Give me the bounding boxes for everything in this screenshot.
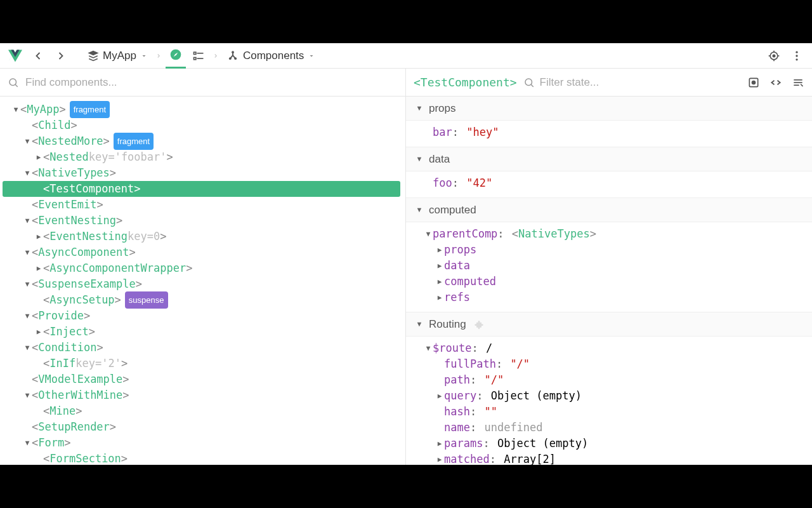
state-row-params[interactable]: ▶params: Object (empty) xyxy=(415,436,803,451)
tree-node-asynccomponentwrapper[interactable]: ▶<AsyncComponentWrapper> xyxy=(3,260,400,276)
inspector-tab-compass[interactable] xyxy=(166,43,186,69)
expand-arrow[interactable]: ▼ xyxy=(11,102,20,117)
state-key: query xyxy=(444,388,476,404)
expand-arrow[interactable]: ▶ xyxy=(34,149,43,165)
state-filter-input[interactable] xyxy=(540,76,741,89)
expand-arrow[interactable]: ▼ xyxy=(23,276,32,292)
component-search-input[interactable] xyxy=(25,76,398,89)
tree-node-inject[interactable]: ▶<Inject> xyxy=(3,324,400,340)
expand-arrow[interactable]: ▶ xyxy=(435,242,444,258)
state-row-props[interactable]: ▶props xyxy=(415,242,803,258)
tree-node-eventemit[interactable]: <EventEmit> xyxy=(3,197,400,213)
expand-arrow[interactable]: ▼ xyxy=(23,308,32,324)
state-section-props[interactable]: ▼props xyxy=(406,97,812,121)
expand-arrow[interactable]: ▶ xyxy=(435,436,444,451)
inspect-dom-icon[interactable] xyxy=(792,76,804,89)
plugin-icon xyxy=(474,319,484,330)
state-row-matched[interactable]: ▶matched: Array[2] xyxy=(415,451,803,465)
state-key: path xyxy=(444,372,470,388)
section-arrow[interactable]: ▼ xyxy=(415,100,424,116)
svg-point-6 xyxy=(229,57,232,60)
state-row-query[interactable]: ▶query: Object (empty) xyxy=(415,388,803,404)
timeline-tab[interactable] xyxy=(188,46,209,66)
state-row-path[interactable]: path: "/" xyxy=(415,372,803,388)
component-tree[interactable]: ▼<MyApp>fragment<Child>▼<NestedMore>frag… xyxy=(0,97,405,465)
expand-arrow[interactable]: ▶ xyxy=(435,290,444,305)
tree-node-vmodelexample[interactable]: <VModelExample> xyxy=(3,371,400,387)
app-selector[interactable]: MyApp xyxy=(84,47,152,65)
tree-node-suspenseexample[interactable]: ▼<SuspenseExample> xyxy=(3,276,400,292)
expand-arrow[interactable]: ▶ xyxy=(34,324,43,340)
expand-arrow[interactable]: ▼ xyxy=(23,244,32,260)
section-title: data xyxy=(429,151,450,167)
expand-arrow[interactable]: ▶ xyxy=(34,260,43,276)
state-row-bar[interactable]: bar: "hey" xyxy=(415,124,803,140)
state-inspector[interactable]: ▼propsbar: "hey"▼datafoo: "42"▼computed▼… xyxy=(406,97,812,465)
expand-arrow[interactable]: ▶ xyxy=(435,258,444,274)
tree-node-asynccomponent[interactable]: ▼<AsyncComponent> xyxy=(3,244,400,260)
svg-rect-1 xyxy=(193,52,195,54)
state-key: data xyxy=(444,258,470,274)
tree-node-condition[interactable]: ▼<Condition> xyxy=(3,340,400,356)
tree-node-nestedmore[interactable]: ▼<NestedMore>fragment xyxy=(3,133,400,149)
tree-node-mine[interactable]: <Mine> xyxy=(3,403,400,419)
expand-arrow[interactable]: ▶ xyxy=(34,229,43,244)
state-row-$route[interactable]: ▼$route: / xyxy=(415,340,803,356)
state-section-routing[interactable]: ▼Routing xyxy=(406,312,812,337)
tree-node-eventnesting[interactable]: ▶<EventNesting key=0> xyxy=(3,229,400,244)
target-icon[interactable] xyxy=(764,46,784,66)
state-row-name[interactable]: name: undefined xyxy=(415,420,803,436)
expand-arrow[interactable]: ▼ xyxy=(23,213,32,229)
vue-logo xyxy=(5,46,25,66)
svg-line-20 xyxy=(531,84,534,87)
tree-node-myapp[interactable]: ▼<MyApp>fragment xyxy=(3,102,400,117)
expand-arrow[interactable]: ▼ xyxy=(23,387,32,403)
section-arrow[interactable]: ▼ xyxy=(415,202,424,218)
state-row-refs[interactable]: ▶refs xyxy=(415,290,803,305)
state-key: $route xyxy=(433,340,471,356)
state-section-data[interactable]: ▼data xyxy=(406,147,812,171)
more-menu[interactable] xyxy=(787,46,807,66)
scroll-to-component-icon[interactable] xyxy=(747,76,760,89)
state-header-row: <TestComponent> xyxy=(406,69,812,97)
tree-node-form[interactable]: ▼<Form> xyxy=(3,435,400,451)
section-arrow[interactable]: ▼ xyxy=(415,151,424,167)
section-arrow[interactable]: ▼ xyxy=(415,316,424,332)
tree-node-testcomponent[interactable]: <TestComponent> xyxy=(3,181,400,197)
tree-node-asyncsetup[interactable]: <AsyncSetup>suspense xyxy=(3,292,400,308)
expand-arrow[interactable]: ▼ xyxy=(23,435,32,451)
expand-arrow[interactable]: ▼ xyxy=(424,340,433,356)
expand-arrow[interactable]: ▼ xyxy=(23,165,32,181)
state-row-data[interactable]: ▶data xyxy=(415,258,803,274)
state-row-hash[interactable]: hash: "" xyxy=(415,404,803,420)
state-row-computed[interactable]: ▶computed xyxy=(415,274,803,290)
state-value: "" xyxy=(484,404,497,420)
expand-arrow[interactable]: ▼ xyxy=(23,133,32,149)
svg-rect-2 xyxy=(193,57,195,59)
tree-node-child[interactable]: <Child> xyxy=(3,117,400,133)
tree-node-provide[interactable]: ▼<Provide> xyxy=(3,308,400,324)
svg-point-19 xyxy=(525,79,532,86)
back-button[interactable] xyxy=(28,46,48,66)
forward-button[interactable] xyxy=(51,46,71,66)
state-row-fullPath[interactable]: fullPath: "/" xyxy=(415,356,803,372)
tree-node-nativetypes[interactable]: ▼<NativeTypes> xyxy=(3,165,400,181)
state-section-computed[interactable]: ▼computed xyxy=(406,197,812,222)
expand-arrow[interactable]: ▶ xyxy=(435,388,444,404)
tree-node-otherwithmine[interactable]: ▼<OtherWithMine> xyxy=(3,387,400,403)
expand-arrow[interactable]: ▶ xyxy=(435,274,444,290)
tree-node-nested[interactable]: ▶<Nested key='foobar'> xyxy=(3,149,400,165)
render-code-icon[interactable] xyxy=(769,76,783,89)
tree-node-eventnesting[interactable]: ▼<EventNesting> xyxy=(3,213,400,229)
tree-node-setuprender[interactable]: <SetupRender> xyxy=(3,419,400,435)
state-row-foo[interactable]: foo: "42" xyxy=(415,175,803,191)
tree-node-inif[interactable]: <InIf key='2'> xyxy=(3,356,400,371)
tree-node-formsection[interactable]: <FormSection> xyxy=(3,451,400,465)
state-row-parentComp[interactable]: ▼parentComp: <NativeTypes> xyxy=(415,226,803,242)
expand-arrow[interactable]: ▼ xyxy=(23,340,32,356)
expand-arrow[interactable]: ▼ xyxy=(424,226,433,242)
inspector-selector[interactable]: Components xyxy=(223,47,319,65)
expand-arrow[interactable]: ▶ xyxy=(435,451,444,465)
inspector-label: Components xyxy=(243,50,304,62)
svg-point-9 xyxy=(773,55,775,57)
